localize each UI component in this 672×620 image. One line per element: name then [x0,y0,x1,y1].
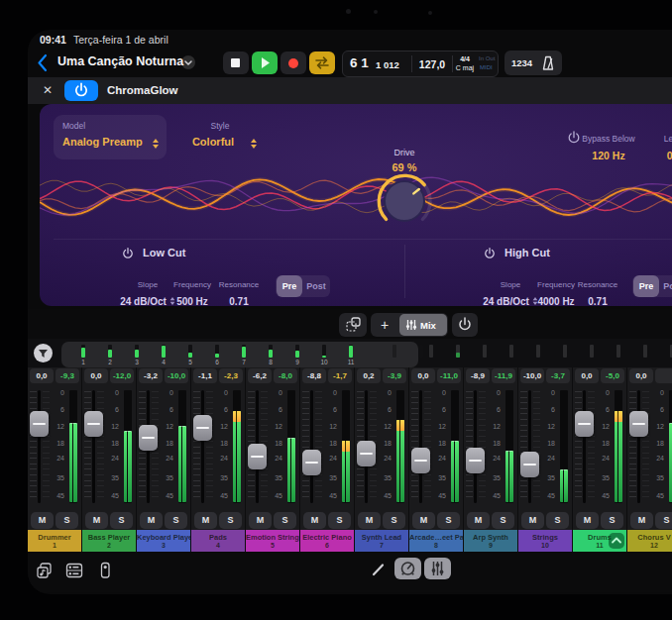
add-track-button[interactable]: + [371,313,398,337]
low-cut-resonance[interactable]: Resonance 0.71 [209,273,269,306]
mix-button[interactable]: Mix [399,314,447,336]
track-label[interactable]: Strings10 [518,530,572,552]
peak-value[interactable]: -8,0 [274,368,297,383]
track-label[interactable]: Electric Piano6 [300,530,354,552]
post-button[interactable]: Post [660,275,672,297]
solo-button[interactable]: S [601,512,623,529]
track-label[interactable]: Bass Player2 [82,530,136,552]
pre-button[interactable]: Pre [633,275,659,297]
track-label[interactable]: Drummer1 [28,530,81,552]
mute-button[interactable]: M [249,512,272,529]
track-label[interactable]: Chorus V12 [627,530,672,552]
track-label[interactable]: Emotion Strings5 [246,530,299,552]
song-title-menu-button[interactable] [181,55,195,69]
loops-icon[interactable] [36,562,54,579]
back-icon[interactable] [38,53,48,72]
cycle-button[interactable] [309,52,335,74]
volume-value[interactable]: -3,2 [139,368,163,383]
song-title[interactable]: Uma Canção Noturna [57,54,183,68]
track-label[interactable]: Synth Lead7 [355,530,408,552]
volume-value[interactable]: -1,1 [193,368,217,383]
fader-handle[interactable] [575,411,594,437]
solo-button[interactable]: S [383,512,405,529]
fader-handle[interactable] [411,448,430,473]
track-label[interactable]: Arcade…eet Pad8 [409,530,463,552]
volume-value[interactable]: -8,9 [466,368,490,383]
style-selector[interactable]: Style Colorful [170,115,270,159]
duplicate-button[interactable] [339,313,367,337]
peak-value[interactable]: -11,9 [492,368,515,383]
knob-view-button[interactable] [394,558,421,579]
metronome-icon[interactable] [539,54,557,72]
peak-value[interactable]: -1,7 [328,368,352,383]
mute-button[interactable]: M [85,512,108,529]
volume-value[interactable]: -8,8 [302,368,326,383]
collapse-button[interactable] [609,533,624,549]
bypass-below-control[interactable]: Bypass Below 120 Hz [578,128,639,163]
pre-button[interactable]: Pre [277,275,302,297]
volume-value[interactable]: 0,0 [629,368,653,383]
model-selector[interactable]: Model Analog Preamp [54,115,167,159]
solo-button[interactable]: S [110,512,133,529]
mute-button[interactable]: M [412,512,435,529]
track-label[interactable]: Keyboard Player3 [137,530,190,552]
overview-panel[interactable]: 1234567891011 [61,342,418,367]
drive-knob[interactable] [370,165,439,235]
mixer-power-button[interactable] [452,313,478,337]
high-cut-resonance[interactable]: Resonance 0.71 [568,273,627,306]
mute-button[interactable]: M [630,512,653,529]
level-control[interactable]: Level 0.0 [646,128,672,163]
track-label[interactable]: Pads4 [191,530,245,552]
plugin-power-button[interactable] [64,80,98,101]
solo-button[interactable]: S [219,512,242,529]
peak-value[interactable]: -11,0 [437,368,461,383]
volume-value[interactable]: -10,0 [520,368,544,383]
lcd-display[interactable]: 6 1 1 012 127,0 4/4 C maj In Out MIDI [342,51,499,77]
count-in-button[interactable]: 1234 [511,57,532,68]
close-icon[interactable]: ✕ [43,83,53,97]
filter-button[interactable] [34,344,53,362]
solo-button[interactable]: S [437,512,460,529]
peak-value[interactable]: -12,0 [110,368,134,383]
fader-strip-icon[interactable] [97,562,113,579]
fader-handle[interactable] [302,450,321,475]
volume-value[interactable]: 0,0 [575,368,599,383]
fader-handle[interactable] [193,415,212,441]
mute-button[interactable]: M [140,512,163,529]
solo-button[interactable]: S [655,512,672,529]
volume-value[interactable]: 0,0 [30,368,54,383]
mute-button[interactable]: M [576,512,599,529]
mute-button[interactable]: M [467,512,490,529]
fader-handle[interactable] [30,411,49,437]
solo-button[interactable]: S [274,512,296,529]
peak-value[interactable]: -5,0 [601,368,624,383]
fader-handle[interactable] [139,425,158,451]
solo-button[interactable]: S [492,512,514,529]
track-label[interactable]: Drums11 [573,530,626,552]
peak-value[interactable]: -3,7 [546,368,570,383]
browser-icon[interactable] [65,563,83,578]
volume-value[interactable]: -6,2 [248,368,272,383]
mute-button[interactable]: M [303,512,326,529]
fader-handle[interactable] [84,411,103,437]
stop-button[interactable] [223,52,249,74]
play-button[interactable] [252,52,278,74]
fader-handle[interactable] [629,411,648,437]
peak-value[interactable]: -9,3 [56,368,79,383]
mute-button[interactable]: M [194,512,217,529]
low-cut-power-icon[interactable] [121,247,135,260]
solo-button[interactable]: S [546,512,569,529]
fader-view-button[interactable] [424,558,451,579]
peak-value[interactable]: -10,0 [165,368,188,383]
mute-button[interactable]: M [521,512,544,529]
peak-value[interactable]: -3,9 [383,368,406,383]
post-button[interactable]: Post [303,275,329,297]
fader-handle[interactable] [357,441,376,466]
mute-button[interactable]: M [31,512,54,529]
edit-pencil-icon[interactable] [371,562,387,577]
peak-value[interactable]: -2,3 [219,368,243,383]
track-label[interactable]: Arp Synth9 [464,530,517,552]
record-button[interactable] [280,52,306,74]
solo-button[interactable]: S [165,512,187,529]
high-cut-power-icon[interactable] [483,247,497,260]
